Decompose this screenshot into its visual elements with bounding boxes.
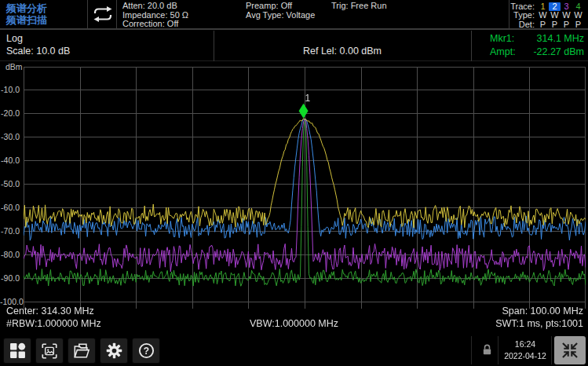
mkr1-frequency: 314.1 MHz bbox=[537, 33, 584, 44]
sweep-loop-icon bbox=[91, 5, 115, 23]
trigger-block: Trig: Free Run bbox=[331, 2, 387, 11]
frequency-info-right: Span: 100.00 MHz SWT:1 ms, pts:1001 bbox=[495, 306, 583, 330]
lock-status bbox=[480, 343, 494, 360]
y-axis-tick-label: -90.0 bbox=[0, 274, 20, 283]
det-row-label: Det: bbox=[519, 20, 535, 29]
divider bbox=[116, 0, 117, 28]
trace-det-cells: PPPP bbox=[537, 20, 584, 29]
scale-block: Log Scale: 10.0 dB bbox=[6, 32, 70, 57]
apps-icon bbox=[9, 342, 26, 359]
y-axis-tick-label: -20.0 bbox=[0, 109, 20, 118]
trace-attr-cell: W bbox=[561, 11, 572, 20]
type-row-label: Type: bbox=[513, 11, 535, 20]
continuous-sweep-button[interactable] bbox=[90, 5, 115, 24]
folder-file-icon bbox=[73, 342, 90, 360]
settings-button[interactable] bbox=[100, 338, 128, 364]
preamp-settings-block: Preamp: Off Avg Type: Voltage bbox=[246, 2, 315, 20]
apps-menu-button[interactable] bbox=[3, 338, 31, 364]
ref-level-value: Ref Lel: 0.00 dBm bbox=[214, 46, 471, 57]
atten-status: Atten: 20.0 dB bbox=[122, 2, 188, 11]
y-axis-tick-label: -50.0 bbox=[0, 180, 20, 188]
screenshot-icon bbox=[41, 342, 58, 360]
time-value: 16:24 bbox=[500, 339, 550, 350]
help-button[interactable]: ? bbox=[132, 338, 160, 364]
span-value: Span: 100.00 MHz bbox=[495, 306, 583, 318]
trace-attr-cell: W bbox=[537, 11, 549, 20]
trig-status: Trig: Free Run bbox=[331, 2, 387, 11]
date-value: 2022-04-12 bbox=[500, 350, 550, 362]
spectrum-plot-canvas[interactable] bbox=[24, 67, 586, 310]
mode-menu[interactable]: 频谱分析 频谱扫描 bbox=[6, 2, 47, 26]
ampt-value: -22.27 dBm bbox=[533, 46, 584, 57]
avg-type-status: Avg Type: Voltage bbox=[246, 11, 315, 20]
bottom-toolbar: ? 16:24 2022-04-12 bbox=[0, 335, 588, 366]
collapse-arrows-icon bbox=[561, 341, 579, 360]
y-axis-tick-label: -60.0 bbox=[0, 203, 20, 212]
trace-attr-cell: P bbox=[549, 20, 561, 29]
file-manager-button[interactable] bbox=[68, 338, 96, 364]
y-axis-tick-label: -30.0 bbox=[0, 133, 20, 141]
trace-attr-cell: W bbox=[549, 11, 561, 20]
divider bbox=[87, 0, 88, 28]
spectrum-analyzer-screen: 频谱分析 频谱扫描 Atten: 20.0 dB Impedance: 50 Ω… bbox=[0, 0, 588, 366]
screenshot-button[interactable] bbox=[35, 338, 64, 364]
trace-type-cells: WWWW bbox=[537, 11, 584, 20]
trace-attr-cell: P bbox=[537, 20, 549, 29]
trace-status-panel: Trace: 1234 Type: WWWW Det: PPPP bbox=[510, 2, 584, 29]
mode-line-2: 频谱扫描 bbox=[6, 14, 47, 26]
top-status-bar: 频谱分析 频谱扫描 Atten: 20.0 dB Impedance: 50 Ω… bbox=[0, 0, 588, 29]
fullscreen-exit-button[interactable] bbox=[554, 336, 586, 364]
marker-amplitude-readout: Ampt: -22.27 dBm bbox=[490, 46, 584, 57]
swt-points-value: SWT:1 ms, pts:1001 bbox=[495, 318, 583, 331]
preamp-status: Preamp: Off bbox=[246, 2, 315, 11]
y-axis-tick-label: -80.0 bbox=[0, 251, 20, 259]
y-axis-tick-labels: -10.0-20.0-30.0-40.0-50.0-60.0-70.0-80.0… bbox=[0, 67, 21, 310]
mkr1-label: Mkr1: bbox=[490, 33, 514, 44]
mode-line-1: 频谱分析 bbox=[6, 2, 47, 14]
center-frequency: Center: 314.30 MHz bbox=[6, 306, 101, 318]
marker-frequency-readout: Mkr1: 314.1 MHz bbox=[490, 33, 584, 44]
scale-value: Scale: 10.0 dB bbox=[6, 45, 70, 57]
correction-status: Correction: Off bbox=[122, 20, 188, 29]
svg-text:?: ? bbox=[143, 346, 148, 357]
divider bbox=[509, 0, 509, 28]
trace-attr-cell: P bbox=[572, 20, 584, 29]
clock-display: 16:24 2022-04-12 bbox=[500, 339, 550, 362]
divider bbox=[471, 31, 472, 61]
lock-icon bbox=[480, 343, 494, 357]
amplitude-settings-bar: Log Scale: 10.0 dB Ref Lel: 0.00 dBm Mkr… bbox=[0, 29, 588, 61]
divider bbox=[551, 336, 552, 364]
help-icon: ? bbox=[137, 342, 155, 360]
gear-icon bbox=[105, 342, 123, 360]
trace-attr-cell: P bbox=[561, 20, 572, 29]
y-axis-tick-label: -10.0 bbox=[0, 86, 20, 94]
input-settings-block: Atten: 20.0 dB Impedance: 50 Ω Correctio… bbox=[122, 2, 188, 29]
y-axis-tick-label: -70.0 bbox=[0, 227, 20, 236]
divider bbox=[498, 336, 499, 364]
divider bbox=[471, 336, 472, 364]
trace-attr-cell: W bbox=[572, 11, 584, 20]
ampt-label: Ampt: bbox=[490, 46, 516, 57]
y-axis-tick-label: -40.0 bbox=[0, 156, 20, 165]
log-scale-label: Log bbox=[6, 32, 70, 45]
